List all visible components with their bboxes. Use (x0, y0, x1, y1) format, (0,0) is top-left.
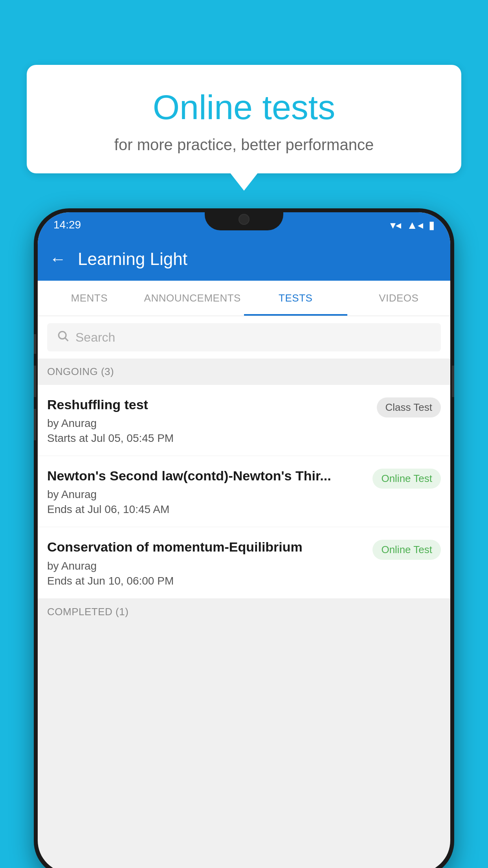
search-icon (57, 329, 69, 345)
status-time: 14:29 (53, 219, 81, 231)
tab-bar: MENTS ANNOUNCEMENTS TESTS VIDEOS (38, 281, 450, 316)
search-box[interactable]: Search (47, 323, 441, 351)
back-button[interactable]: ← (50, 250, 66, 268)
phone-screen: 14:29 ▾◂ ▲◂ ▮ ← Learning Light MENTS ANN… (38, 212, 450, 868)
tab-videos[interactable]: VIDEOS (347, 281, 451, 316)
test-author: by Anurag (47, 560, 366, 572)
app-bar: ← Learning Light (38, 237, 450, 281)
phone-frame: 14:29 ▾◂ ▲◂ ▮ ← Learning Light MENTS ANN… (34, 208, 454, 868)
power-button (452, 366, 454, 397)
svg-point-0 (59, 331, 66, 339)
bubble-title: Online tests (42, 88, 446, 127)
tab-ments[interactable]: MENTS (38, 281, 141, 316)
svg-line-1 (65, 338, 68, 341)
test-time: Ends at Jun 10, 06:00 PM (47, 575, 366, 587)
test-info: Conservation of momentum-Equilibrium by … (47, 538, 366, 587)
volume-up-button (34, 366, 36, 397)
bubble-subtitle: for more practice, better performance (42, 136, 446, 154)
tab-tests[interactable]: TESTS (244, 281, 347, 316)
section-header-ongoing: ONGOING (3) (38, 359, 450, 385)
volume-down-button (34, 409, 36, 440)
test-author: by Anurag (47, 488, 366, 501)
test-name: Reshuffling test (47, 396, 371, 413)
test-time: Starts at Jul 05, 05:45 PM (47, 432, 371, 445)
test-time: Ends at Jul 06, 10:45 AM (47, 503, 366, 516)
search-placeholder: Search (75, 330, 115, 345)
battery-icon: ▮ (429, 219, 435, 232)
test-badge-online: Online Test (372, 469, 441, 489)
status-icons: ▾◂ ▲◂ ▮ (390, 219, 435, 232)
test-author: by Anurag (47, 417, 371, 430)
test-item[interactable]: Conservation of momentum-Equilibrium by … (38, 527, 450, 598)
speech-bubble: Online tests for more practice, better p… (27, 65, 461, 173)
test-name: Newton's Second law(contd)-Newton's Thir… (47, 467, 366, 484)
front-camera (238, 214, 250, 225)
test-list: Reshuffling test by Anurag Starts at Jul… (38, 385, 450, 599)
test-badge-online: Online Test (372, 540, 441, 560)
phone-notch (205, 208, 283, 230)
test-name: Conservation of momentum-Equilibrium (47, 538, 366, 555)
test-item[interactable]: Newton's Second law(contd)-Newton's Thir… (38, 456, 450, 527)
volume-silent-button (34, 334, 36, 354)
test-info: Newton's Second law(contd)-Newton's Thir… (47, 467, 366, 516)
tab-announcements[interactable]: ANNOUNCEMENTS (141, 281, 244, 316)
app-title: Learning Light (78, 249, 187, 269)
search-container: Search (38, 316, 450, 359)
signal-icon: ▲◂ (407, 219, 423, 232)
section-header-completed: COMPLETED (1) (38, 599, 450, 625)
test-badge-class: Class Test (377, 397, 441, 417)
wifi-icon: ▾◂ (390, 219, 401, 232)
test-item[interactable]: Reshuffling test by Anurag Starts at Jul… (38, 385, 450, 456)
test-info: Reshuffling test by Anurag Starts at Jul… (47, 396, 371, 445)
